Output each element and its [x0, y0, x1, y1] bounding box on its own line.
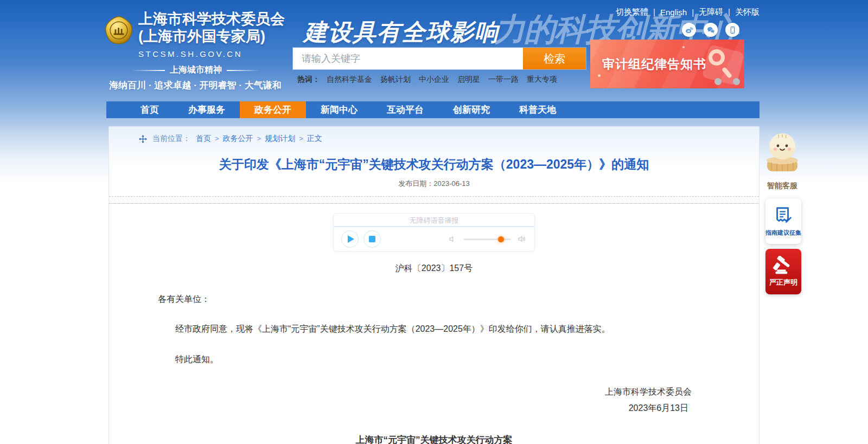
audio-reader-title: 无障碍语音播报 [334, 214, 534, 227]
stop-icon [369, 236, 375, 242]
mobile-icon[interactable] [725, 23, 739, 37]
gavel-icon [773, 256, 794, 275]
hot-word-link[interactable]: 启明星 [457, 75, 480, 85]
guide-suggestion-label: 指南建议征集 [765, 229, 801, 237]
stop-button[interactable] [363, 230, 381, 248]
document-number: 沪科〔2023〕157号 [109, 263, 759, 274]
volume-thumb[interactable] [498, 236, 504, 242]
city-spirit-motto: 海纳百川 · 追求卓越 · 开明睿智 · 大气谦和 [104, 79, 286, 92]
link-traditional-chinese[interactable]: 切换繁體 [616, 7, 648, 16]
volume-loud-icon[interactable] [517, 234, 527, 244]
separator-dotted [109, 203, 759, 204]
link-english[interactable]: English [660, 8, 687, 17]
site-title-line1: 上海市科学技术委员会 [138, 11, 285, 28]
breadcrumb-current[interactable]: 正文 [307, 134, 322, 143]
breadcrumb-planning[interactable]: 规划计划 [265, 134, 295, 143]
article-container: 当前位置： 首页 政务公开 规划计划 正文 关于印发《上海市“元宇宙”关键技术攻… [108, 126, 760, 444]
nav-item-gov-disclosure[interactable]: 政务公开 [240, 101, 306, 118]
banner-dot [714, 78, 722, 85]
document-pen-icon [773, 205, 794, 226]
magnifier-icon [709, 49, 725, 66]
floating-sidebar: 智能客服 指南建议征集 严正声明 [764, 130, 803, 294]
banner-dot [733, 78, 740, 85]
nav-item-home[interactable]: 首页 [126, 101, 174, 118]
banner-dot [682, 46, 685, 48]
breadcrumb-label: 当前位置： [152, 134, 190, 144]
play-icon [348, 235, 354, 243]
nav-item-science[interactable]: 科普天地 [505, 101, 571, 118]
city-spirit-label: 上海城市精神 [170, 65, 222, 76]
volume-mute-icon[interactable] [448, 234, 457, 244]
signature-date: 2023年6月13日 [109, 403, 688, 414]
publish-date: 发布日期：2023-06-13 [109, 179, 759, 189]
link-elder-mode[interactable]: 关怀版 [735, 7, 760, 16]
site-logo-block[interactable]: 上海市科学技术委员会 (上海市外国专家局) STCSM.SH.GOV.CN [104, 11, 285, 59]
hot-words-row: 热词： 自然科学基金 扬帆计划 中小企业 启明星 一带一路 重大专项 [297, 75, 565, 85]
solemn-statement-label: 严正声明 [769, 278, 797, 287]
hot-word-link[interactable]: 扬帆计划 [380, 75, 411, 85]
customer-service-label: 智能客服 [764, 181, 801, 191]
play-button[interactable] [341, 230, 359, 248]
site-title-line2: (上海市外国专家局) [138, 28, 285, 46]
city-spirit-heading: 上海城市精神 [106, 65, 285, 76]
banner-title: 审计组纪律告知书 [602, 56, 706, 73]
nav-item-services[interactable]: 办事服务 [174, 101, 240, 118]
breadcrumb-gov-disclosure[interactable]: 政务公开 [223, 134, 253, 143]
nav-item-innovation[interactable]: 创新研究 [438, 101, 505, 118]
article-title: 关于印发《上海市“元宇宙”关键技术攻关行动方案（2023—2025年）》的通知 [109, 156, 759, 173]
breadcrumb-home[interactable]: 首页 [196, 134, 211, 143]
site-header: 上海市科学技术委员会 (上海市外国专家局) STCSM.SH.GOV.CN 上海… [0, 0, 868, 101]
body-paragraph: 经市政府同意，现将《上海市“元宇宙”关键技术攻关行动方案（2023—2025年）… [158, 323, 711, 336]
solemn-statement-widget[interactable]: 严正声明 [765, 249, 801, 294]
audio-reader-controls [334, 227, 534, 251]
move-arrows-icon [138, 134, 148, 144]
social-icons [682, 23, 739, 37]
slogan-part1: 建设具有全球影响 [304, 20, 499, 45]
plan-title-line1: 上海市“元宇宙”关键技术攻关行动方案 [109, 434, 759, 444]
baozi-mascot-icon [764, 130, 800, 177]
hot-words-label: 热词： [297, 75, 320, 85]
hot-word-link[interactable]: 中小企业 [419, 75, 449, 85]
separator-dashed [109, 196, 759, 197]
utility-links: 切换繁體 English 无障碍 关怀版 [616, 7, 760, 17]
closing-line: 特此通知。 [158, 353, 711, 366]
volume-slider[interactable] [463, 239, 511, 240]
weibo-icon[interactable] [682, 23, 696, 37]
audio-reader-widget: 无障碍语音播报 [333, 213, 535, 252]
search-bar: 检索 [293, 48, 586, 69]
banner-dot [598, 74, 601, 77]
nav-item-interaction[interactable]: 互动平台 [372, 101, 438, 118]
audit-notice-banner[interactable]: 审计组纪律告知书 [590, 40, 744, 88]
search-button[interactable]: 检索 [523, 48, 586, 69]
breadcrumb: 当前位置： 首页 政务公开 规划计划 正文 [138, 134, 759, 144]
divider [131, 70, 165, 71]
main-navigation: 首页 办事服务 政务公开 新闻中心 互动平台 创新研究 科普天地 [106, 101, 760, 118]
hot-word-link[interactable]: 一带一路 [488, 75, 519, 85]
link-accessibility[interactable]: 无障碍 [699, 7, 723, 16]
divider [227, 70, 260, 71]
smart-customer-service-widget[interactable]: 智能客服 [764, 130, 801, 191]
salutation: 各有关单位： [158, 294, 759, 305]
guide-suggestion-widget[interactable]: 指南建议征集 [765, 198, 801, 244]
gov-logo-icon [104, 15, 134, 46]
wechat-icon[interactable] [704, 23, 718, 37]
hot-word-link[interactable]: 自然科学基金 [327, 75, 372, 85]
nav-item-news[interactable]: 新闻中心 [306, 101, 372, 118]
signature-organization: 上海市科学技术委员会 [109, 387, 692, 398]
search-input[interactable] [293, 48, 523, 69]
hot-word-link[interactable]: 重大专项 [527, 75, 557, 85]
site-url: STCSM.SH.GOV.CN [138, 49, 285, 59]
